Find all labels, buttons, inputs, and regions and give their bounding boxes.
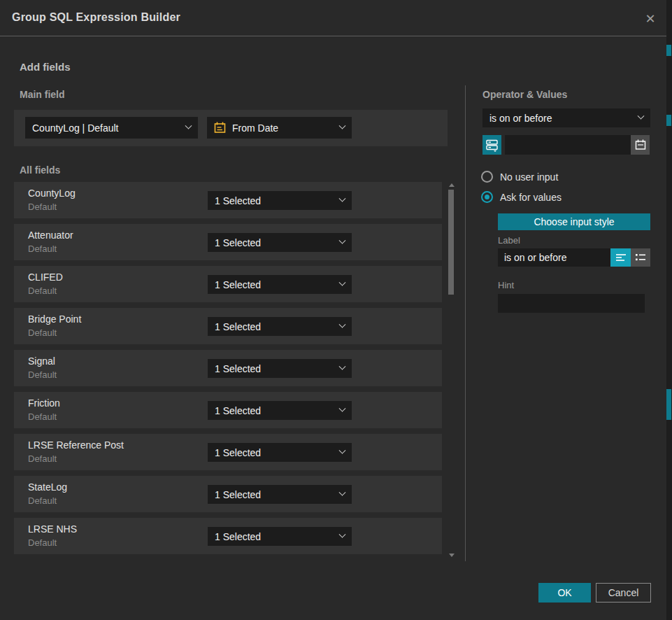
field-row-clifed: CLIFED Default 1 Selected	[14, 266, 442, 302]
add-fields-heading: Add fields	[20, 61, 71, 73]
field-row-signal: Signal Default 1 Selected	[14, 350, 442, 386]
field-selected-dropdown[interactable]: 1 Selected	[208, 527, 352, 546]
field-selected-dropdown[interactable]: 1 Selected	[208, 317, 352, 336]
field-row-bridge-point: Bridge Point Default 1 Selected	[14, 308, 442, 344]
field-name: StateLog	[28, 481, 67, 493]
chevron-down-icon	[339, 405, 346, 412]
chevron-down-icon	[339, 447, 346, 454]
label-caption: Label	[498, 235, 520, 246]
radio-label: No user input	[500, 171, 558, 183]
field-row-friction: Friction Default 1 Selected	[14, 392, 442, 428]
field-name: CLIFED	[28, 272, 63, 283]
selected-count: 1 Selected	[215, 489, 334, 500]
selected-count: 1 Selected	[215, 237, 334, 248]
scroll-up-arrow-icon[interactable]	[449, 183, 455, 187]
hint-caption: Hint	[498, 280, 514, 290]
edge-fragment	[666, 45, 671, 56]
calendar-icon	[214, 122, 226, 134]
field-subtitle: Default	[28, 537, 57, 548]
background-app-edge	[666, 0, 672, 620]
chevron-down-icon	[339, 237, 346, 244]
field-row-statelog: StateLog Default 1 Selected	[14, 476, 442, 512]
selected-count: 1 Selected	[215, 321, 334, 332]
chevron-down-icon	[339, 531, 346, 538]
field-name: Bridge Point	[28, 313, 81, 325]
field-subtitle: Default	[28, 495, 57, 506]
main-field-layer-dropdown[interactable]: CountyLog | Default	[25, 117, 198, 139]
field-selected-dropdown[interactable]: 1 Selected	[208, 443, 352, 462]
chevron-down-icon	[185, 122, 192, 129]
chevron-down-icon	[638, 113, 645, 120]
field-name: Friction	[28, 397, 60, 409]
choose-input-style-button[interactable]: Choose input style	[498, 213, 650, 230]
all-fields-list: CountyLog Default 1 Selected Attenuator …	[14, 182, 442, 554]
radio-label: Ask for values	[500, 192, 562, 203]
main-field-date-dropdown[interactable]: From Date	[207, 117, 352, 139]
radio-selected-icon	[481, 191, 493, 203]
field-selected-dropdown[interactable]: 1 Selected	[208, 359, 352, 378]
field-subtitle: Default	[28, 327, 57, 338]
unique-values-icon	[485, 139, 499, 152]
unique-values-button[interactable]	[482, 135, 501, 155]
date-value-input[interactable]	[505, 135, 631, 155]
cancel-button[interactable]: Cancel	[596, 583, 651, 603]
field-name: LRSE Reference Post	[28, 439, 124, 451]
single-line-style-button[interactable]	[610, 248, 631, 267]
field-row-attenuator: Attenuator Default 1 Selected	[14, 224, 442, 260]
all-fields-heading: All fields	[20, 164, 60, 176]
edge-fragment	[666, 115, 671, 126]
field-row-countylog: CountyLog Default 1 Selected	[14, 182, 442, 218]
list-style-button[interactable]	[631, 248, 650, 267]
field-subtitle: Default	[28, 369, 57, 380]
operator-dropdown[interactable]: is on or before	[482, 108, 650, 127]
field-row-lrse-nhs: LRSE NHS Default 1 Selected	[14, 518, 442, 554]
dialog-title: Group SQL Expression Builder	[12, 11, 180, 24]
scrollbar-thumb[interactable]	[448, 190, 454, 295]
field-name: CountyLog	[28, 188, 76, 199]
calendar-icon	[635, 139, 646, 150]
date-picker-button[interactable]	[631, 135, 650, 155]
main-field-date-value: From Date	[232, 122, 334, 134]
chevron-down-icon	[339, 321, 346, 328]
field-selected-dropdown[interactable]: 1 Selected	[208, 401, 352, 420]
selected-count: 1 Selected	[215, 531, 334, 542]
main-field-layer-value: CountyLog | Default	[32, 122, 180, 134]
radio-ask-for-values[interactable]: Ask for values	[481, 191, 562, 203]
field-subtitle: Default	[28, 453, 57, 464]
edge-fragment	[666, 389, 671, 420]
hint-input[interactable]	[498, 294, 645, 313]
field-subtitle: Default	[28, 286, 57, 296]
label-input[interactable]	[498, 248, 610, 267]
selected-count: 1 Selected	[215, 279, 334, 290]
field-selected-dropdown[interactable]: 1 Selected	[208, 233, 352, 252]
chevron-down-icon	[339, 122, 346, 129]
field-selected-dropdown[interactable]: 1 Selected	[208, 275, 352, 294]
field-name: Attenuator	[28, 230, 73, 241]
list-scrollbar[interactable]	[448, 181, 456, 560]
chevron-down-icon	[339, 363, 346, 370]
radio-no-user-input[interactable]: No user input	[481, 171, 558, 183]
align-left-icon	[615, 253, 627, 262]
field-selected-dropdown[interactable]: 1 Selected	[208, 485, 352, 504]
field-subtitle: Default	[28, 411, 57, 422]
group-sql-expression-builder-dialog: Group SQL Expression Builder ✕ Add field…	[0, 0, 672, 620]
field-selected-dropdown[interactable]: 1 Selected	[208, 191, 352, 210]
field-row-lrse-reference-post: LRSE Reference Post Default 1 Selected	[14, 434, 442, 470]
ok-button[interactable]: OK	[538, 583, 591, 603]
field-subtitle: Default	[28, 202, 57, 212]
chevron-down-icon	[339, 279, 346, 286]
selected-count: 1 Selected	[215, 195, 334, 206]
operator-value: is on or before	[489, 113, 633, 124]
field-name: Signal	[28, 355, 55, 367]
close-icon[interactable]: ✕	[641, 10, 659, 28]
dialog-titlebar: Group SQL Expression Builder ✕	[0, 0, 666, 36]
chevron-down-icon	[339, 195, 346, 202]
selected-count: 1 Selected	[215, 405, 334, 416]
selected-count: 1 Selected	[215, 363, 334, 374]
radio-circle-icon	[481, 171, 493, 183]
chevron-down-icon	[339, 489, 346, 496]
panel-divider	[465, 85, 466, 561]
scroll-down-arrow-icon[interactable]	[449, 554, 455, 557]
main-field-heading: Main field	[20, 89, 65, 100]
selected-count: 1 Selected	[215, 447, 334, 458]
